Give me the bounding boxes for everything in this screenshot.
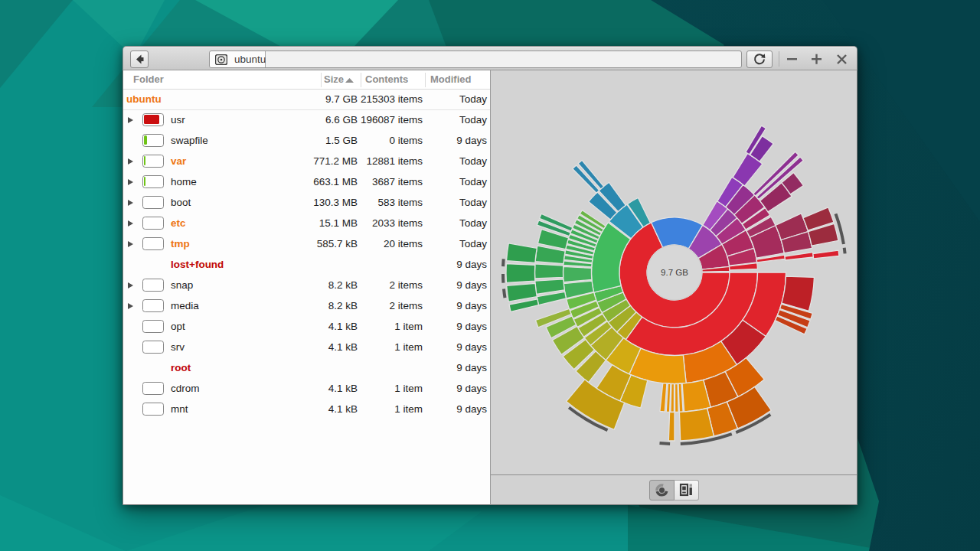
svg-text:9.7 GB: 9.7 GB	[661, 268, 688, 277]
